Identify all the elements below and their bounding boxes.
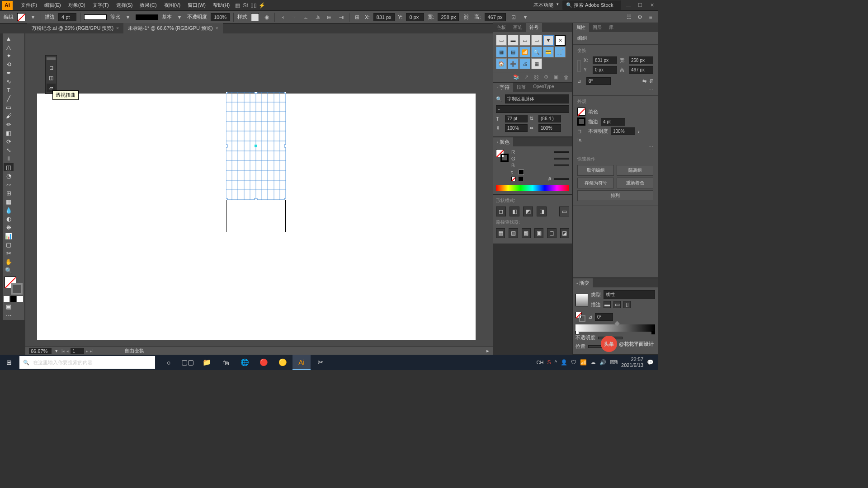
gradient-midpoint[interactable] [614, 321, 619, 326]
menu-view[interactable]: 视图(V) [160, 2, 184, 9]
zoom-dropdown-icon[interactable]: ▾ [55, 348, 58, 354]
opentype-tab[interactable]: OpenType [529, 83, 557, 92]
flip-v-icon[interactable]: ⇵ [649, 78, 653, 84]
scale-tool[interactable]: ⤡ [4, 146, 14, 154]
stroke-indicator[interactable] [11, 283, 23, 295]
slice-tool[interactable]: ✂ [4, 249, 14, 257]
link-wh-icon[interactable]: ⛓ [462, 13, 471, 21]
divide-icon[interactable]: ▦ [496, 228, 505, 238]
task-view-icon[interactable]: ▢▢ [179, 355, 197, 370]
w-field[interactable]: 258 px [438, 13, 459, 21]
black-swatch[interactable] [519, 177, 523, 181]
explorer-icon[interactable]: 📁 [198, 355, 216, 370]
brush-dropdown-icon[interactable]: ▾ [175, 13, 184, 21]
menu-select[interactable]: 选择(S) [113, 2, 137, 9]
illustrator-taskbar-icon[interactable]: Ai [292, 355, 311, 370]
gradient-ramp[interactable] [576, 324, 655, 332]
snipping-icon[interactable]: ✂ [311, 355, 330, 370]
notification-icon[interactable]: 💬 [647, 359, 654, 366]
eyedropper-tool[interactable]: 💧 [4, 206, 14, 214]
pen-tool[interactable]: ✒ [4, 69, 14, 77]
symbol-item[interactable]: 📶 [519, 47, 530, 57]
minus-front-icon[interactable]: ◧ [509, 206, 519, 216]
artboard-tool[interactable]: ▢ [4, 240, 14, 249]
symbol-item[interactable]: 💳 [543, 47, 554, 57]
ime-indicator[interactable]: CH [537, 360, 544, 365]
tray-icon[interactable]: S [547, 359, 551, 366]
merge-icon[interactable]: ▩ [522, 228, 531, 238]
ungroup-button[interactable]: 取消编组 [577, 165, 614, 176]
gradient-tool[interactable]: ▦ [4, 197, 14, 206]
document-tab-2[interactable]: 未标题-1* @ 66.67% (RGB/GPU 预览)× [123, 23, 223, 33]
brush-preview[interactable] [136, 14, 158, 20]
align-vc-icon[interactable]: ⫢ [326, 13, 334, 21]
recolor-icon[interactable]: ◉ [263, 13, 271, 21]
crop-icon[interactable]: ▣ [534, 228, 543, 238]
menu-edit[interactable]: 编辑(E) [41, 2, 65, 9]
isolate-icon[interactable]: ⊡ [509, 13, 518, 21]
symbol-options-icon[interactable]: ⚙ [543, 74, 549, 80]
opacity-field[interactable]: 100% [211, 13, 230, 21]
menu-help[interactable]: 帮助(H) [209, 2, 233, 9]
width-tool[interactable]: ⫴ [4, 155, 14, 163]
search-stock-input[interactable]: 🔍 搜索 Adobe Stock [562, 0, 621, 10]
grad-angle-field[interactable]: 0° [595, 313, 613, 321]
symbol-item[interactable]: ▦ [496, 47, 507, 57]
symbol-item[interactable]: ➕ [508, 58, 519, 69]
type-tool[interactable]: T [4, 86, 14, 94]
hscale-field[interactable]: 100% [538, 124, 561, 132]
shaper-tool[interactable]: ✏ [4, 120, 14, 128]
prop-y-field[interactable]: 0 px [593, 66, 617, 74]
perspective-tool[interactable]: ▱ [4, 180, 14, 188]
mesh-tool[interactable]: ⊞ [4, 189, 14, 197]
constrain-tool[interactable]: ⊡ [47, 64, 56, 72]
x-field[interactable]: 831 px [373, 13, 395, 21]
y-field[interactable]: 0 px [406, 13, 424, 21]
fill-swatch[interactable] [17, 13, 25, 21]
symbol-item[interactable]: 🛒 [555, 47, 566, 57]
symbol-item[interactable]: ▤ [508, 47, 519, 57]
free-transform-subtool[interactable]: ◫ [47, 74, 56, 82]
menu-file[interactable]: 文件(F) [17, 2, 41, 9]
font-search-icon[interactable]: 🔍 [496, 96, 503, 102]
b-field[interactable] [554, 164, 569, 166]
grad-stroke-1-icon[interactable]: ▬ [604, 301, 611, 308]
symbols-tab[interactable]: 符号 [526, 23, 542, 32]
none-color-icon[interactable] [511, 177, 516, 181]
eraser-tool[interactable]: ◧ [4, 129, 14, 137]
leading-field[interactable]: (86.4 ) [538, 115, 561, 122]
tab-1-close-icon[interactable]: × [116, 26, 119, 31]
tray-lang-icon[interactable]: ⌨ [610, 359, 618, 366]
gpu-icon[interactable]: ⚡ [258, 1, 266, 9]
vscale-field[interactable]: 100% [505, 124, 528, 132]
symbol-item[interactable]: ▭ [519, 35, 530, 46]
color-swatch[interactable] [4, 296, 9, 302]
bridge-icon[interactable]: ▦ [233, 1, 241, 9]
graph-tool[interactable]: 📊 [4, 232, 14, 240]
symbol-item[interactable]: ▦ [531, 58, 542, 69]
g-field[interactable] [554, 158, 569, 160]
grad-fill-stroke[interactable] [576, 312, 585, 322]
edge-icon[interactable]: 🌐 [236, 355, 254, 370]
symbol-item[interactable]: 🏠 [496, 58, 507, 69]
isolate-button[interactable]: 隔离组 [617, 165, 653, 176]
start-button[interactable]: ⊞ [0, 355, 18, 370]
tray-people-icon[interactable]: 👤 [561, 359, 567, 366]
prop-angle-field[interactable]: 0° [586, 77, 611, 85]
gradient-stop[interactable] [576, 331, 579, 334]
outline-icon[interactable]: ▢ [547, 228, 556, 238]
more-options-icon[interactable]: ⋯ [577, 87, 653, 93]
workspace-dropdown[interactable]: 基本功能 [530, 1, 560, 9]
recolor-button[interactable]: 重新着色 [617, 178, 653, 188]
rectangle-object[interactable] [226, 200, 286, 232]
store-icon[interactable]: 🛍 [217, 355, 235, 370]
save-symbol-button[interactable]: 存储为符号 [577, 178, 614, 188]
close-button[interactable]: ✕ [647, 2, 656, 9]
panel-menu-icon[interactable]: ≡ [646, 13, 655, 21]
font-style-field[interactable]: - [496, 105, 569, 113]
expand-button[interactable]: ▭ [559, 206, 569, 216]
flip-h-icon[interactable]: ⇋ [642, 78, 646, 84]
tint-swatch[interactable] [519, 169, 524, 175]
hex-field[interactable] [554, 178, 569, 180]
direct-selection-tool[interactable]: △ [4, 43, 14, 51]
